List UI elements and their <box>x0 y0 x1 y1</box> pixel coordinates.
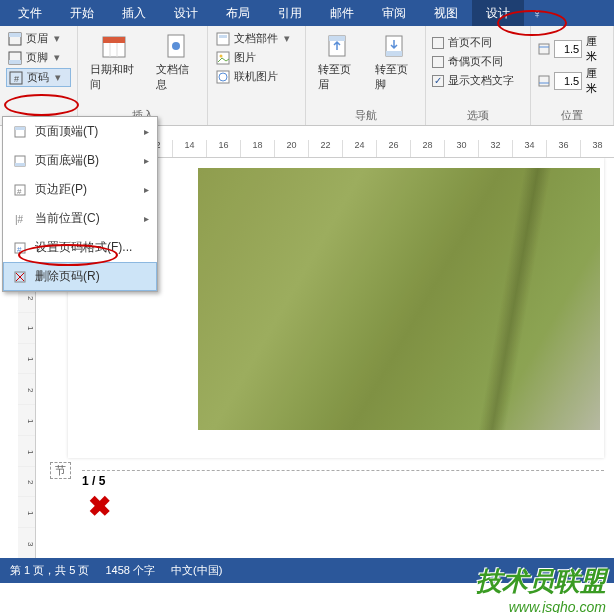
svg-text:#: # <box>17 187 22 196</box>
menu-file[interactable]: 文件 <box>4 0 56 26</box>
menu-view[interactable]: 视图 <box>420 0 472 26</box>
dropdown-format-page-numbers[interactable]: # 设置页码格式(F)... <box>3 233 157 262</box>
goto-footer-button[interactable]: 转至页脚 <box>369 30 420 94</box>
header-distance-icon <box>537 42 550 56</box>
menubar: 文件 开始 插入 设计 布局 引用 邮件 审阅 视图 设计 ♀ <box>0 0 614 26</box>
svg-rect-19 <box>329 36 345 41</box>
svg-text:#: # <box>17 245 22 254</box>
svg-rect-3 <box>9 60 21 64</box>
group-position-label: 位置 <box>531 108 613 123</box>
status-language[interactable]: 中文(中国) <box>171 563 222 578</box>
group-options-label: 选项 <box>426 108 530 123</box>
page-margin-icon: # <box>13 183 27 197</box>
page-number-icon: # <box>9 71 23 85</box>
page-bottom-icon <box>13 154 27 168</box>
header-distance-input[interactable] <box>554 40 582 58</box>
onlinepic-icon <box>216 70 230 84</box>
ruler-tick: 36 <box>546 140 580 157</box>
docparts-button[interactable]: 文档部件▾ <box>214 30 299 47</box>
svg-rect-27 <box>15 127 25 130</box>
ruler-tick: 38 <box>580 140 614 157</box>
menu-hf-design[interactable]: 设计 <box>472 0 524 26</box>
first-page-diff-checkbox[interactable]: 首页不同 <box>432 34 524 51</box>
checkbox-icon <box>432 56 444 68</box>
datetime-button[interactable]: 日期和时间 <box>84 30 144 94</box>
dropdown-current-position[interactable]: |# 当前位置(C)▸ <box>3 204 157 233</box>
footer-icon <box>8 51 22 65</box>
page-number-field[interactable]: 1 / 5 <box>82 474 105 488</box>
watermark-text: 技术员联盟 <box>476 564 606 599</box>
footer-distance-icon <box>537 74 550 88</box>
svg-rect-14 <box>217 52 229 64</box>
goto-footer-icon <box>380 32 408 60</box>
dropdown-remove-page-numbers[interactable]: 删除页码(R) <box>3 262 157 291</box>
ruler-tick: 26 <box>376 140 410 157</box>
docinfo-button[interactable]: 文档信息 <box>150 30 201 94</box>
menu-references[interactable]: 引用 <box>264 0 316 26</box>
picture-icon <box>216 51 230 65</box>
group-nav-label: 导航 <box>306 108 425 123</box>
ruler-tick: 30 <box>444 140 478 157</box>
svg-rect-13 <box>219 35 227 38</box>
svg-text:#: # <box>14 74 19 84</box>
footer-button[interactable]: 页脚▾ <box>6 49 71 66</box>
vruler-tick: 1 <box>18 343 35 374</box>
menu-layout[interactable]: 布局 <box>212 0 264 26</box>
watermark: 技术员联盟 www.jsgho.com <box>476 564 606 613</box>
docinfo-icon <box>162 32 190 60</box>
dropdown-page-margins[interactable]: # 页边距(P)▸ <box>3 175 157 204</box>
docparts-icon <box>216 32 230 46</box>
vruler-tick: 3 <box>18 527 35 558</box>
status-word-count[interactable]: 1458 个字 <box>105 563 155 578</box>
menu-review[interactable]: 审阅 <box>368 0 420 26</box>
goto-header-button[interactable]: 转至页眉 <box>312 30 363 94</box>
header-icon <box>8 32 22 46</box>
vruler-tick: 2 <box>18 466 35 497</box>
vruler-tick: 1 <box>18 435 35 466</box>
vruler-tick: 2 <box>18 373 35 404</box>
ruler-tick: 24 <box>342 140 376 157</box>
current-position-icon: |# <box>13 212 27 226</box>
dropdown-bottom-of-page[interactable]: 页面底端(B)▸ <box>3 146 157 175</box>
ruler-tick: 34 <box>512 140 546 157</box>
dropdown-top-of-page[interactable]: 页面顶端(T)▸ <box>3 117 157 146</box>
page-number-button[interactable]: # 页码▾ <box>6 68 71 87</box>
page-top-icon <box>13 125 27 139</box>
ruler-tick: 16 <box>206 140 240 157</box>
document-image <box>198 168 600 430</box>
ruler-tick: 32 <box>478 140 512 157</box>
odd-even-diff-checkbox[interactable]: 奇偶页不同 <box>432 53 524 70</box>
onlinepic-button[interactable]: 联机图片 <box>214 68 299 85</box>
menu-insert[interactable]: 插入 <box>108 0 160 26</box>
svg-rect-7 <box>103 37 125 43</box>
status-page-info[interactable]: 第 1 页，共 5 页 <box>10 563 89 578</box>
tell-me-icon[interactable]: ♀ <box>532 5 543 21</box>
page-number-dropdown: 页面顶端(T)▸ 页面底端(B)▸ # 页边距(P)▸ |# 当前位置(C)▸ … <box>2 116 158 292</box>
format-page-number-icon: # <box>13 241 27 255</box>
header-distance-row: 厘米 <box>537 34 607 64</box>
menu-design[interactable]: 设计 <box>160 0 212 26</box>
footer-distance-input[interactable] <box>554 72 582 90</box>
section-label: 节 <box>50 462 71 479</box>
goto-header-icon <box>323 32 351 60</box>
menu-home[interactable]: 开始 <box>56 0 108 26</box>
svg-rect-1 <box>9 33 21 37</box>
footer-distance-row: 厘米 <box>537 66 607 96</box>
header-button[interactable]: 页眉▾ <box>6 30 71 47</box>
watermark-url: www.jsgho.com <box>476 599 606 613</box>
svg-text:|#: |# <box>15 214 24 225</box>
vruler-tick: 1 <box>18 496 35 527</box>
ribbon: 页眉▾ 页脚▾ # 页码▾ 日期和时间 文档信息 插入 <box>0 26 614 126</box>
svg-rect-21 <box>386 51 402 56</box>
svg-rect-29 <box>15 163 25 166</box>
footer-zone[interactable] <box>82 470 604 490</box>
vruler-tick: 1 <box>18 404 35 435</box>
picture-button[interactable]: 图片 <box>214 49 299 66</box>
ruler-tick: 18 <box>240 140 274 157</box>
show-doc-text-checkbox[interactable]: ✓ 显示文档文字 <box>432 72 524 89</box>
menu-mailings[interactable]: 邮件 <box>316 0 368 26</box>
annotation-x-icon: ✖ <box>88 490 111 523</box>
checkbox-icon <box>432 37 444 49</box>
svg-rect-24 <box>539 76 549 86</box>
datetime-icon <box>100 32 128 60</box>
